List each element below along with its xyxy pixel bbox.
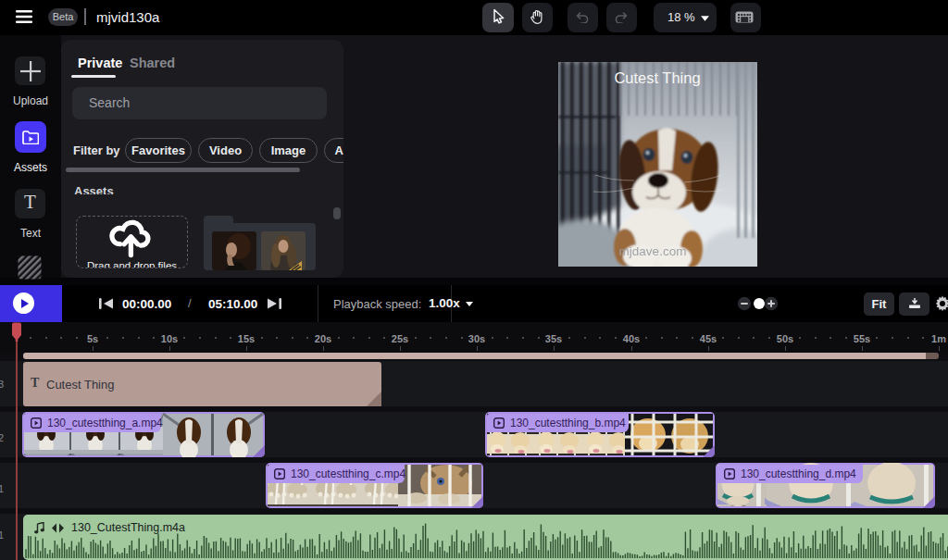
svg-text:Cutest Thing: Cutest Thing xyxy=(614,69,700,86)
svg-text:mjdave.com: mjdave.com xyxy=(619,244,687,258)
